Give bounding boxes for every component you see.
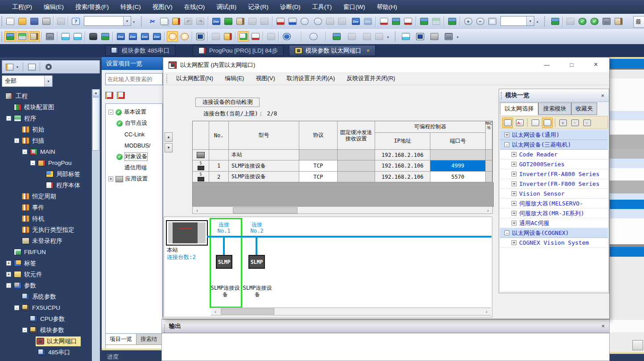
new-document-icon[interactable] xyxy=(4,16,16,27)
tab-module-param-ethernet[interactable]: 模块参数 以太网端口 × xyxy=(289,45,376,56)
close-icon[interactable]: × xyxy=(601,320,605,332)
nav-item-485-serial[interactable]: 485串口 xyxy=(1,347,92,358)
tab-ethernet-select[interactable]: 以太网选择 xyxy=(500,103,538,115)
expander-icon[interactable]: + xyxy=(6,272,11,277)
collapse-all-icon[interactable] xyxy=(117,92,125,99)
undo-icon[interactable]: ↶ xyxy=(182,16,194,27)
setting-item-modbus[interactable]: MODBUS/ xyxy=(124,140,150,151)
plc-transfer-icon[interactable] xyxy=(601,16,612,27)
cell-no[interactable]: 1 xyxy=(209,160,229,172)
window-find-icon[interactable] xyxy=(331,31,342,42)
expand-all-icon[interactable] xyxy=(105,92,113,99)
cell-ip[interactable]: 192.168.2.106 xyxy=(375,160,430,172)
window-gray-icon[interactable] xyxy=(361,31,372,42)
nav-item-initial[interactable]: 初始 xyxy=(1,124,92,135)
expander-icon[interactable]: + xyxy=(512,181,516,186)
edit-mode-icon[interactable] xyxy=(238,31,249,42)
save-project-icon[interactable] xyxy=(29,16,40,27)
add-favorite-icon[interactable]: + xyxy=(570,118,580,128)
toolbar-grip[interactable] xyxy=(1,16,4,26)
expander-icon[interactable]: + xyxy=(512,240,516,245)
close-icon[interactable]: × xyxy=(601,89,604,102)
row-2-icon-cell[interactable]: S xyxy=(193,172,209,182)
menu-online[interactable]: 在线(O) xyxy=(178,0,211,14)
setting-item-application[interactable]: +应用设置 xyxy=(108,173,148,185)
nav-item-fbfun[interactable]: FB/FUN xyxy=(1,246,92,258)
zoom-out-icon[interactable]: − xyxy=(475,16,486,27)
expander-icon[interactable]: - xyxy=(6,116,11,121)
fit-width-icon[interactable] xyxy=(487,16,498,27)
target-select-combobox[interactable]: ▼ xyxy=(84,16,131,26)
module-tool-icon[interactable] xyxy=(443,31,454,42)
zoom-in-icon[interactable]: + xyxy=(462,16,474,27)
menu-view[interactable]: 视图(V) xyxy=(251,74,280,82)
nav-item-device[interactable]: +软元件 xyxy=(1,269,92,280)
module-item[interactable]: +通用AC伺服 xyxy=(500,218,608,228)
menu-convert[interactable]: 转换(C) xyxy=(115,0,147,14)
frame-view-icon[interactable] xyxy=(414,31,425,42)
scroll-up-icon[interactable]: ▲ xyxy=(92,89,99,96)
nav-item-local-label[interactable]: 局部标签 xyxy=(1,168,92,180)
paste-icon[interactable] xyxy=(170,16,182,27)
menu-project[interactable]: 工程(P) xyxy=(6,0,38,14)
menu-cancel-close[interactable]: 取消设置并关闭(A) xyxy=(282,74,340,82)
output-content[interactable] xyxy=(161,333,610,361)
module-item[interactable]: +Inverter(FR-F800 Series xyxy=(500,179,608,189)
menu-tools[interactable]: 工具(T) xyxy=(306,0,338,14)
nav-item-standby[interactable]: 待机 xyxy=(1,213,92,224)
auto-detect-button[interactable]: 连接设备的自动检测 xyxy=(195,98,260,107)
ladder-edit-icon[interactable] xyxy=(446,16,458,27)
blank-square-icon[interactable] xyxy=(565,16,576,27)
setting-item-target-device[interactable]: ✓对象设备 xyxy=(116,151,147,162)
tab-item-list[interactable]: 项目一览 xyxy=(105,333,136,345)
sort-tree-icon[interactable] xyxy=(4,62,15,72)
toolbar-overflow-icon[interactable]: ▾ xyxy=(133,20,135,24)
tab-progpou[interactable]: ProgPou [PRG] [LD] 84步 xyxy=(193,45,284,56)
tool-gray-icon[interactable] xyxy=(265,31,277,42)
menu-search-replace[interactable]: 搜索/替换(F) xyxy=(70,0,115,14)
nav-item-label[interactable]: +标签 xyxy=(1,258,92,269)
navigation-window-icon[interactable] xyxy=(4,31,16,42)
sort-az-icon[interactable]: A↓ xyxy=(514,118,525,128)
help-icon[interactable]: ? xyxy=(70,16,81,27)
device-wheel-icon[interactable] xyxy=(281,31,292,42)
delete-favorite-icon[interactable]: × xyxy=(582,118,592,128)
module-category[interactable]: -以太网设备(三菱电机) xyxy=(500,140,608,150)
cell-port[interactable]: 5570 xyxy=(430,172,486,182)
cut-icon[interactable]: ✂ xyxy=(146,16,157,27)
menu-window[interactable]: 窗口(W) xyxy=(338,0,371,14)
device-view-3-icon[interactable]: Dev xyxy=(139,31,150,42)
gear-icon[interactable] xyxy=(43,62,54,72)
nav-item-program-body[interactable]: 程序本体 xyxy=(1,180,92,191)
nav-item-main[interactable]: -MAIN xyxy=(1,146,92,157)
toolbar-overflow-icon[interactable]: ▾ xyxy=(537,20,538,24)
tab-search-result[interactable]: 搜索结 xyxy=(136,333,162,345)
tab-close-icon[interactable]: × xyxy=(366,47,370,54)
scrollbar-thumb[interactable] xyxy=(221,308,274,315)
expander-icon[interactable]: - xyxy=(30,160,35,165)
cell-model[interactable]: SLMP连接设备 xyxy=(229,160,299,172)
close-button[interactable]: × xyxy=(586,57,606,72)
verify-with-plc-icon[interactable] xyxy=(299,16,310,27)
menu-record[interactable]: 记录(R) xyxy=(242,0,274,14)
navigation-filter-combobox[interactable]: 全部 ▼ xyxy=(2,75,53,87)
window-tile-icon[interactable] xyxy=(430,16,442,27)
nav-item-system-param[interactable]: 系统参数 xyxy=(1,291,92,302)
toolbar-overflow-icon[interactable]: ▾ xyxy=(457,35,458,39)
expander-icon[interactable]: + xyxy=(512,172,516,176)
collapse-tree-icon[interactable] xyxy=(530,118,541,128)
copy-icon[interactable] xyxy=(158,16,169,27)
nav-item-ethernet-port[interactable]: 以太网端口 xyxy=(1,336,92,347)
expander-icon[interactable]: - xyxy=(504,230,509,235)
device-display-on-icon[interactable]: Dev xyxy=(350,16,361,27)
expander-icon[interactable]: + xyxy=(512,201,516,206)
cell-protocol[interactable]: TCP xyxy=(299,160,338,172)
element-select-window-icon[interactable] xyxy=(17,31,28,42)
row-up-button[interactable]: ▲ xyxy=(165,132,173,142)
scrollbar-thumb[interactable] xyxy=(92,97,99,151)
doc-gray-icon[interactable] xyxy=(373,31,384,42)
check-program-1-icon[interactable]: ✓ xyxy=(577,16,588,27)
setting-item-basic[interactable]: -✓基本设置 xyxy=(108,107,146,118)
nav-item-module-param[interactable]: -模块参数 xyxy=(1,324,92,336)
combo-arrow-icon[interactable]: ▼ xyxy=(526,16,534,25)
